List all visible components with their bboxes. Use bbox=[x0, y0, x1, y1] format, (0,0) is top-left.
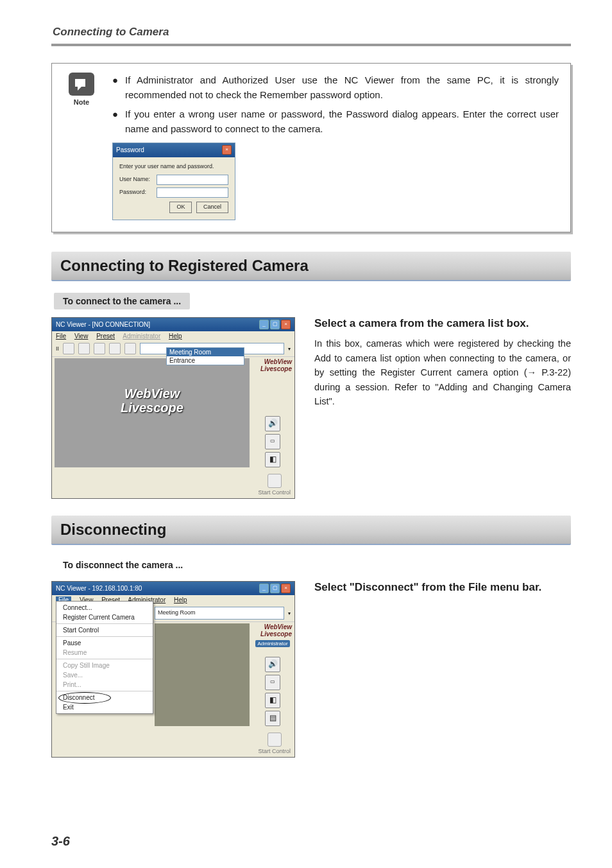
password-input[interactable] bbox=[157, 187, 228, 198]
user-name-label: User Name: bbox=[119, 175, 153, 184]
cancel-button[interactable]: Cancel bbox=[196, 202, 228, 213]
window-title: NC Viewer - [NO CONNECTION] bbox=[56, 321, 150, 328]
menu-item-pause[interactable]: Pause bbox=[56, 638, 153, 648]
annotation-ellipse bbox=[58, 692, 111, 704]
menu-view[interactable]: View bbox=[74, 333, 89, 340]
video-panel: WebView Livescope bbox=[55, 358, 250, 467]
menu-item-start-control[interactable]: Start Control bbox=[56, 625, 153, 635]
menu-help[interactable]: Help bbox=[174, 596, 187, 603]
password-dialog: Password × Enter your user name and pass… bbox=[112, 143, 235, 220]
section-heading-connecting: Connecting to Registered Camera bbox=[51, 252, 571, 281]
toolbar-icon[interactable] bbox=[63, 343, 74, 354]
menu-item-print: Print... bbox=[56, 680, 153, 690]
screenshot-nc-viewer-connected: NC Viewer - 192.168.100.1:80 _ ▢ × File … bbox=[51, 581, 295, 758]
note-bullet-text: If you enter a wrong user name or passwo… bbox=[125, 107, 559, 137]
page: COPY Connecting to Camera Note ● If Admi… bbox=[0, 0, 612, 868]
ok-button[interactable]: OK bbox=[169, 202, 192, 213]
camera-list-options: Meeting Room Entrance bbox=[166, 347, 244, 365]
sub-heading-disconnect: To disconnect the camera ... bbox=[54, 557, 192, 573]
minimize-icon[interactable]: _ bbox=[259, 320, 269, 329]
password-dialog-prompt: Enter your user name and password. bbox=[119, 162, 228, 171]
camera-list-dropdown[interactable]: Meeting Room bbox=[155, 607, 284, 620]
note-bullet: ● If Administrator and Authorized User u… bbox=[112, 73, 559, 103]
brand-webview: WebView bbox=[124, 386, 180, 401]
user-name-input[interactable] bbox=[157, 175, 228, 185]
start-control-label: Start Control bbox=[258, 748, 291, 754]
administrator-badge: Administrator bbox=[255, 640, 289, 647]
section-heading-disconnecting: Disconnecting bbox=[51, 516, 571, 545]
instruction-text: In this box, cameras which were register… bbox=[314, 336, 571, 408]
menu-administrator[interactable]: Administrator bbox=[123, 333, 160, 340]
password-label: Password: bbox=[119, 188, 153, 197]
password-dialog-title: Password bbox=[116, 145, 144, 155]
preset-icon[interactable]: ▤ bbox=[265, 711, 280, 726]
note-callout: Note ● If Administrator and Authorized U… bbox=[51, 63, 571, 232]
speaker-icon[interactable]: 🔊 bbox=[265, 416, 280, 431]
menu-item-resume: Resume bbox=[56, 648, 153, 657]
window-title: NC Viewer - 192.168.100.1:80 bbox=[56, 585, 142, 592]
video-panel bbox=[155, 623, 250, 726]
running-header: Connecting to Camera bbox=[53, 26, 571, 39]
ptz-icon[interactable]: ◧ bbox=[265, 452, 280, 467]
start-control-label: Start Control bbox=[258, 489, 291, 496]
maximize-icon[interactable]: ▢ bbox=[270, 584, 280, 593]
sub-heading-connect: To connect to the camera ... bbox=[54, 293, 190, 309]
note-label: Note bbox=[64, 98, 99, 106]
toolbar-icon[interactable] bbox=[94, 343, 105, 354]
close-icon[interactable]: × bbox=[281, 320, 291, 329]
menu-bar: File View Preset Administrator Help bbox=[52, 331, 294, 341]
menu-help[interactable]: Help bbox=[169, 333, 182, 340]
minimize-icon[interactable]: _ bbox=[259, 584, 269, 593]
close-icon[interactable]: × bbox=[222, 145, 232, 155]
menu-item-register[interactable]: Register Current Camera bbox=[56, 612, 153, 622]
toolbar-icon[interactable] bbox=[109, 343, 121, 354]
side-brand: WebView Livescope bbox=[253, 623, 292, 638]
camera-option-meeting-room[interactable]: Meeting Room bbox=[167, 348, 244, 356]
slider-icon[interactable]: ▭ bbox=[265, 675, 280, 690]
note-icon bbox=[69, 73, 94, 96]
speaker-icon[interactable]: 🔊 bbox=[265, 657, 280, 672]
toolbar-icon[interactable] bbox=[78, 343, 90, 354]
note-bullet: ● If you enter a wrong user name or pass… bbox=[112, 107, 559, 137]
note-bullet-text: If Administrator and Authorized User use… bbox=[125, 73, 559, 103]
menu-preset[interactable]: Preset bbox=[96, 333, 115, 340]
start-control-icon[interactable] bbox=[268, 733, 282, 747]
camera-option-entrance[interactable]: Entrance bbox=[167, 356, 244, 365]
screenshot-nc-viewer-noconn: NC Viewer - [NO CONNECTION] _ ▢ × File V… bbox=[51, 317, 295, 499]
header-rule bbox=[51, 44, 571, 46]
side-brand: WebView Livescope bbox=[253, 358, 292, 372]
brand-livescope: Livescope bbox=[121, 401, 183, 415]
slider-icon[interactable]: ▭ bbox=[265, 434, 280, 449]
menu-file[interactable]: File bbox=[56, 333, 66, 340]
menu-item-copy-still: Copy Still Image bbox=[56, 661, 153, 670]
start-control-icon[interactable] bbox=[268, 474, 282, 488]
menu-item-connect[interactable]: Connect... bbox=[56, 603, 153, 612]
instruction-heading: Select "Disconnect" from the File menu b… bbox=[314, 581, 571, 594]
menu-item-save: Save... bbox=[56, 670, 153, 680]
toolbar-icon[interactable] bbox=[124, 343, 136, 354]
instruction-heading: Select a camera from the camera list box… bbox=[314, 317, 571, 330]
menu-item-exit[interactable]: Exit bbox=[56, 702, 153, 712]
maximize-icon[interactable]: ▢ bbox=[270, 320, 280, 329]
ptz-icon[interactable]: ◧ bbox=[265, 693, 280, 708]
page-number: 3-6 bbox=[51, 834, 70, 849]
file-menu-popup: Connect... Register Current Camera Start… bbox=[56, 601, 153, 714]
menu-item-disconnect[interactable]: Disconnect bbox=[56, 693, 153, 702]
close-icon[interactable]: × bbox=[281, 584, 291, 593]
